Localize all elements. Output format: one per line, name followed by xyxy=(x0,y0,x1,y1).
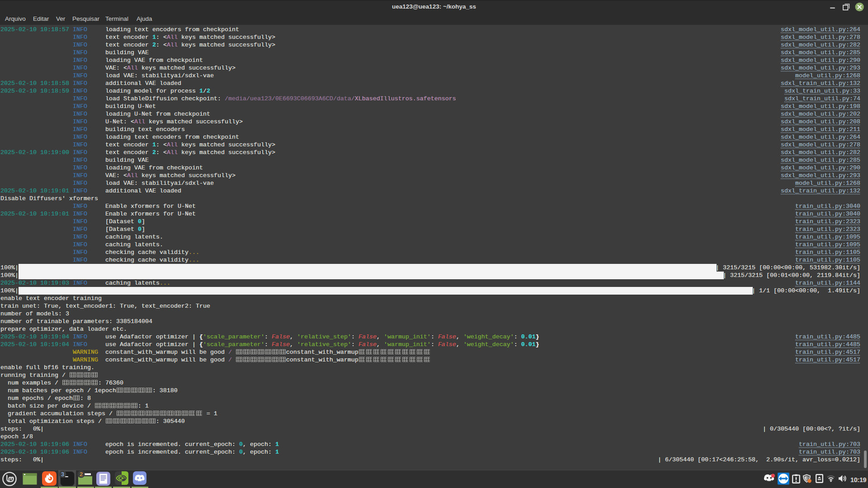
svg-text:3: 3 xyxy=(61,471,64,478)
svg-text:2: 2 xyxy=(80,471,83,478)
